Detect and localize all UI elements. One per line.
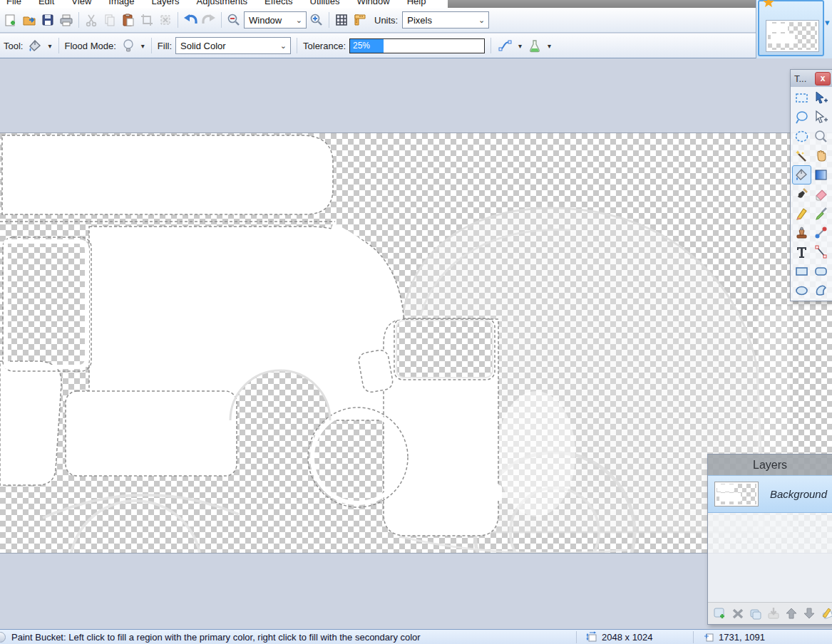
cut-button[interactable] — [83, 11, 100, 28]
undo-button[interactable] — [182, 11, 199, 28]
crop-button[interactable] — [138, 11, 155, 28]
image-size-group: 2048 x 1024 — [586, 631, 653, 643]
zoom-mode-dropdown[interactable]: Window ⌄ — [244, 11, 307, 28]
tool-pan[interactable] — [811, 146, 831, 165]
new-image-button[interactable] — [2, 11, 19, 28]
merge-layer-down-button[interactable] — [766, 606, 781, 621]
recolor-icon — [813, 225, 828, 240]
tool-dropdown-caret[interactable]: ▾ — [47, 42, 52, 50]
grid-toggle-button[interactable] — [333, 11, 350, 28]
chevron-down-icon: ⌄ — [478, 16, 485, 25]
layers-panel-titlebar[interactable]: Layers — [708, 455, 832, 475]
tool-grid — [791, 87, 832, 301]
tool-rounded-rectangle-shape[interactable] — [811, 261, 831, 281]
tool-zoom[interactable] — [811, 127, 831, 146]
selection-quality-caret[interactable]: ▾ — [518, 42, 523, 50]
tool-eraser[interactable] — [811, 185, 831, 204]
tolerance-slider[interactable]: 25% — [349, 38, 485, 53]
move-layer-up-button[interactable] — [784, 606, 798, 621]
menu-help[interactable]: Help — [407, 0, 426, 6]
tool-recolor[interactable] — [811, 223, 831, 242]
tool-rectangle-shape[interactable] — [792, 261, 811, 281]
tool-ellipse-select[interactable] — [792, 127, 811, 146]
menu-effects[interactable]: Effects — [265, 0, 293, 6]
menu-file[interactable]: File — [6, 0, 21, 6]
menu-adjustments[interactable]: Adjustments — [196, 0, 247, 6]
paint-bucket-icon — [27, 38, 43, 53]
tool-label: Tool: — [4, 41, 23, 51]
zoom-out-icon — [227, 13, 241, 27]
deselect-button[interactable] — [157, 11, 174, 28]
menu-view[interactable]: View — [71, 0, 91, 6]
flood-mode-button[interactable] — [120, 37, 137, 54]
units-dropdown[interactable]: Pixels ⌄ — [402, 11, 489, 28]
blend-mode-caret[interactable]: ▾ — [547, 42, 552, 50]
image-size-icon — [586, 631, 598, 643]
tool-lasso-select[interactable] — [792, 108, 811, 127]
lightbulb-icon — [122, 38, 135, 53]
menu-layers[interactable]: Layers — [151, 0, 179, 6]
delete-layer-button[interactable] — [731, 606, 745, 621]
tool-ellipse-shape[interactable] — [792, 281, 811, 300]
copy-button[interactable] — [101, 11, 118, 28]
tool-paintbrush[interactable] — [792, 185, 811, 204]
tool-freeform-shape[interactable] — [811, 281, 831, 300]
tool-move-selection[interactable] — [811, 108, 831, 127]
move-layer-down-button[interactable] — [802, 606, 816, 621]
layer-row-background[interactable]: Background — [708, 475, 832, 513]
menu-utilities[interactable]: Utilities — [310, 0, 340, 6]
zoom-out-button[interactable] — [225, 11, 242, 28]
active-image-tab[interactable] — [758, 0, 824, 56]
open-button[interactable] — [21, 11, 38, 28]
flood-mode-label: Flood Mode: — [65, 41, 116, 51]
layer-properties-button[interactable] — [820, 606, 832, 621]
save-button[interactable] — [39, 11, 56, 28]
tool-line-curve[interactable] — [811, 242, 831, 261]
menu-window[interactable]: Window — [356, 0, 389, 6]
ruler-toggle-button[interactable] — [351, 11, 369, 28]
paste-button[interactable] — [120, 11, 137, 28]
toolbar-separator — [58, 38, 59, 53]
tool-text[interactable] — [792, 242, 811, 261]
image-list-arrow-icon[interactable]: ▾ — [825, 17, 830, 28]
tool-pencil[interactable] — [792, 204, 811, 223]
tool-rectangle-select[interactable] — [792, 88, 811, 108]
zoom-in-button[interactable] — [308, 11, 325, 28]
move-selection-icon — [813, 110, 828, 125]
tool-paint-bucket[interactable] — [792, 165, 811, 185]
tools-window-close-button[interactable]: x — [815, 72, 831, 85]
redo-button[interactable] — [200, 11, 217, 28]
door-handle — [495, 485, 502, 501]
layers-panel-title: Layers — [753, 459, 787, 472]
zoom-tool-icon — [813, 129, 828, 144]
tool-gradient[interactable] — [811, 165, 831, 185]
toolbar-separator — [297, 38, 297, 53]
fill-dropdown[interactable]: Solid Color ⌄ — [175, 37, 291, 54]
tool-move-selected-pixels[interactable] — [811, 88, 831, 108]
copy-icon — [103, 13, 117, 27]
tools-window-titlebar[interactable]: T... x — [791, 70, 832, 87]
menu-image[interactable]: Image — [108, 0, 134, 6]
duplicate-layer-button[interactable] — [749, 606, 763, 621]
toolbar-separator — [329, 12, 329, 28]
ruler-icon — [353, 13, 367, 27]
grid-icon — [334, 13, 349, 27]
units-label: Units: — [374, 15, 398, 26]
tools-window: T... x — [790, 69, 832, 301]
paintdotnet-window: File Edit View Image Layers Adjustments … — [0, 0, 832, 644]
move-selected-pixels-icon — [813, 90, 828, 105]
tool-color-picker[interactable] — [811, 204, 831, 223]
rectangle-shape-icon — [794, 264, 809, 279]
flood-mode-caret[interactable]: ▾ — [140, 42, 145, 50]
eraser-icon — [813, 187, 828, 202]
add-new-layer-button[interactable] — [713, 606, 727, 621]
selection-quality-button[interactable] — [497, 37, 514, 54]
current-tool-button[interactable] — [26, 37, 43, 54]
tool-clone-stamp[interactable] — [792, 223, 811, 242]
status-separator — [693, 631, 694, 643]
blend-mode-button[interactable] — [526, 37, 543, 54]
print-button[interactable] — [58, 11, 75, 28]
tolerance-label: Tolerance: — [303, 41, 346, 51]
menu-edit[interactable]: Edit — [38, 0, 54, 6]
tool-magic-wand[interactable] — [792, 146, 811, 165]
